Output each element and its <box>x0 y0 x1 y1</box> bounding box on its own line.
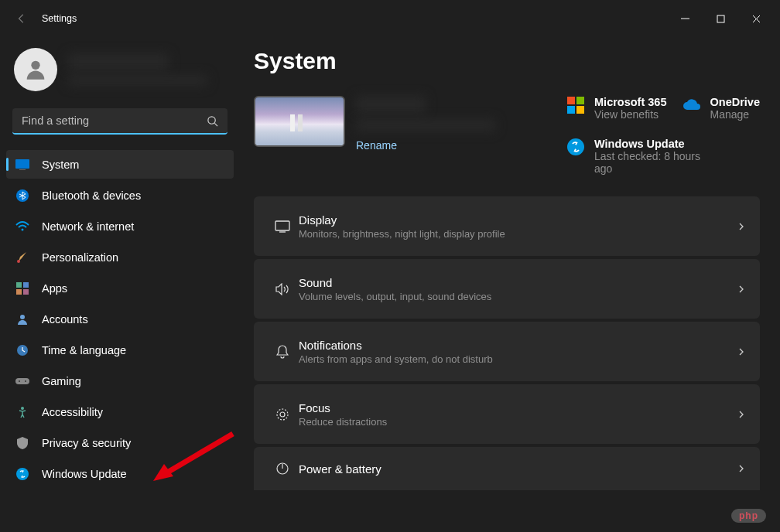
sidebar-item-system[interactable]: System <box>6 150 234 179</box>
sidebar-item-bluetooth[interactable]: Bluetooth & devices <box>6 181 234 210</box>
sidebar-item-accounts[interactable]: Accounts <box>6 305 234 333</box>
apps-icon <box>15 281 29 295</box>
profile-name-redacted <box>68 53 169 70</box>
card-sub: Volume levels, output, input, sound devi… <box>299 291 737 302</box>
sidebar-item-label: Privacy & security <box>42 437 131 449</box>
search-icon <box>207 115 218 127</box>
bluetooth-icon <box>15 189 29 203</box>
search-input[interactable] <box>22 114 207 127</box>
card-title: Sound <box>299 276 737 289</box>
clock-icon <box>15 343 29 357</box>
sidebar-item-personalization[interactable]: Personalization <box>6 243 234 271</box>
rename-link[interactable]: Rename <box>356 139 495 152</box>
svg-point-2 <box>208 116 215 123</box>
card-notifications[interactable]: NotificationsAlerts from apps and system… <box>254 322 760 381</box>
back-button[interactable] <box>6 3 37 34</box>
profile-block[interactable] <box>6 43 234 105</box>
search-box[interactable] <box>12 108 228 135</box>
device-name-redacted <box>356 96 426 113</box>
avatar <box>14 48 57 91</box>
sidebar-item-label: Time & language <box>42 344 126 356</box>
close-icon <box>752 15 761 23</box>
card-focus[interactable]: FocusReduce distractions <box>254 384 760 444</box>
svg-point-21 <box>277 409 288 420</box>
update-icon <box>566 138 585 156</box>
titlebar: Settings <box>0 0 780 37</box>
svg-point-15 <box>19 380 20 382</box>
microsoft-logo-icon <box>566 96 585 114</box>
svg-rect-4 <box>19 169 26 170</box>
card-title: Power & battery <box>299 462 737 476</box>
accounts-icon <box>15 312 29 326</box>
sidebar-item-label: Apps <box>42 282 67 295</box>
badge-sub: Last checked: 8 hours ago <box>594 150 721 175</box>
sidebar-item-label: Accessibility <box>42 406 103 418</box>
focus-icon <box>266 408 299 421</box>
svg-rect-9 <box>23 282 29 288</box>
system-icon <box>15 158 29 172</box>
svg-point-18 <box>16 468 29 480</box>
sidebar-item-apps[interactable]: Apps <box>6 274 234 302</box>
page-title: System <box>254 48 760 74</box>
maximize-button[interactable] <box>703 6 738 31</box>
gaming-icon <box>15 374 29 388</box>
sidebar-item-network[interactable]: Network & internet <box>6 212 234 240</box>
sidebar-item-label: Windows Update <box>42 468 127 480</box>
device-text: Rename <box>356 96 495 152</box>
card-sub: Reduce distractions <box>299 416 737 428</box>
profile-text <box>68 53 226 86</box>
sidebar-item-label: System <box>42 159 79 171</box>
bell-icon <box>266 345 299 359</box>
update-icon <box>15 467 29 481</box>
maximize-icon <box>717 15 725 23</box>
microsoft-365-badge[interactable]: Microsoft 365 View benefits <box>566 96 666 121</box>
system-info-row: Rename Microsoft 365 View benefits <box>254 96 760 175</box>
chevron-right-icon <box>737 347 746 356</box>
sidebar: System Bluetooth & devices Network & int… <box>0 37 240 532</box>
svg-rect-11 <box>23 289 29 295</box>
badge-title: Windows Update <box>594 138 721 150</box>
sidebar-item-privacy[interactable]: Privacy & security <box>6 428 234 457</box>
badge-sub[interactable]: View benefits <box>594 108 666 121</box>
card-power-battery[interactable]: Power & battery <box>254 447 760 490</box>
windows-update-badge[interactable]: Windows Update Last checked: 8 hours ago <box>566 138 721 175</box>
sidebar-item-label: Accounts <box>42 313 88 326</box>
svg-rect-10 <box>16 289 22 295</box>
sidebar-item-label: Gaming <box>42 375 81 387</box>
device-thumbnail[interactable] <box>254 96 345 147</box>
card-sub: Alerts from apps and system, do not dist… <box>299 353 737 365</box>
onedrive-icon <box>682 96 701 114</box>
nav-list: System Bluetooth & devices Network & int… <box>6 150 234 488</box>
sidebar-item-windows-update[interactable]: Windows Update <box>6 459 234 488</box>
minimize-button[interactable] <box>667 6 703 31</box>
svg-point-19 <box>567 138 584 155</box>
card-sound[interactable]: SoundVolume levels, output, input, sound… <box>254 259 760 319</box>
window-title: Settings <box>42 13 77 24</box>
person-icon <box>22 56 49 83</box>
sound-icon <box>266 283 299 295</box>
svg-point-12 <box>20 315 25 319</box>
sidebar-item-accessibility[interactable]: Accessibility <box>6 397 234 426</box>
arrow-left-icon <box>16 13 27 24</box>
svg-point-1 <box>31 61 39 70</box>
sidebar-item-time-language[interactable]: Time & language <box>6 336 234 364</box>
main-content: System Rename Microsoft 365 View benefit <box>240 37 780 532</box>
onedrive-badge[interactable]: OneDrive Manage <box>682 96 760 121</box>
close-button[interactable] <box>738 6 774 31</box>
window-controls <box>667 6 774 31</box>
chevron-right-icon <box>737 285 746 294</box>
svg-rect-3 <box>15 159 29 169</box>
badges-column: Microsoft 365 View benefits OneDrive Man… <box>566 96 760 175</box>
device-block: Rename <box>254 96 545 175</box>
minimize-icon <box>681 15 689 23</box>
chevron-right-icon <box>737 410 746 419</box>
svg-rect-14 <box>15 378 29 384</box>
card-title: Notifications <box>299 339 737 352</box>
settings-card-list: DisplayMonitors, brightness, night light… <box>254 196 760 490</box>
badge-sub[interactable]: Manage <box>710 108 760 121</box>
svg-point-16 <box>25 380 26 382</box>
sidebar-item-gaming[interactable]: Gaming <box>6 367 234 395</box>
wifi-icon <box>15 220 29 234</box>
card-display[interactable]: DisplayMonitors, brightness, night light… <box>254 196 760 256</box>
sidebar-item-label: Network & internet <box>42 220 134 233</box>
